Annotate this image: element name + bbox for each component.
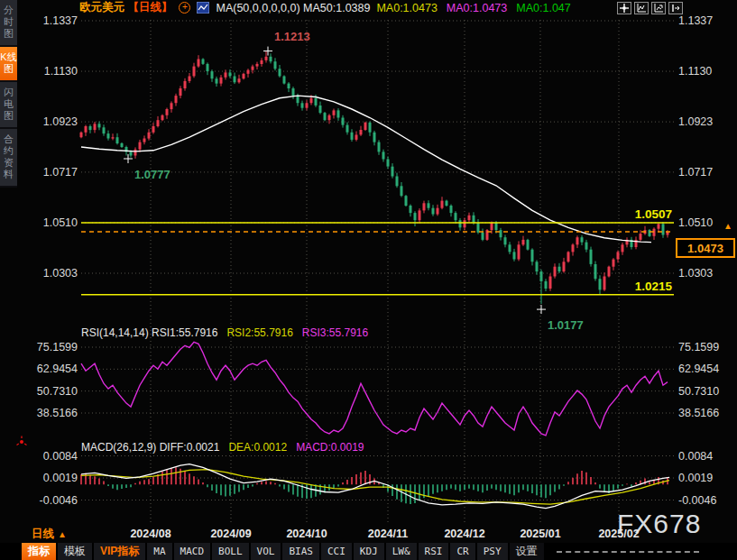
chart-header: 欧元美元 【日线】 + MA(50,0,0,0,0,0) MA50:1.0389… (79, 1, 580, 14)
indicator-toolbar: 指标模板VIP指标MAMACDBOLLVOLBIASCCIKDJLW&RSICR… (0, 543, 737, 560)
chart-canvas[interactable]: 1.13371.13371.11301.11301.09231.09231.07… (0, 0, 737, 560)
symbol-name: 欧元美元 (79, 1, 124, 14)
dea-label: DEA:0.0012 (228, 441, 287, 454)
toolbar-tab-CR[interactable]: CR (450, 543, 474, 560)
toolbar-tab-MA[interactable]: MA (147, 543, 171, 560)
chart-application: 1.13371.13371.11301.11301.09231.09231.07… (0, 0, 737, 560)
circle-plus-icon[interactable]: + (179, 2, 190, 14)
ma-values: MA0:1.0473MA0:1.0473MA0:1.047 (376, 2, 579, 14)
y-axis-label-right: 1.0923 (678, 115, 713, 128)
toolbar-tab-BIAS[interactable]: BIAS (282, 543, 319, 560)
chart-toolbar-icons (617, 2, 683, 14)
y-axis-label-right: 1.0510 (678, 216, 713, 229)
sidebar-item-2[interactable]: 闪电图 (0, 82, 17, 129)
macd-header: MACD(26,12,9) DIFF:0.0021DEA:0.0012MACD:… (81, 441, 364, 454)
y-axis-label-left: 62.9454 (37, 363, 78, 375)
toolbar-scroll-dashes (557, 551, 699, 553)
x-axis-label: 2025/02 (598, 528, 639, 540)
y-axis-label-left: 38.5166 (37, 407, 78, 419)
ma-value-0: MA0:1.0473 (376, 2, 437, 14)
ma-value-1: MA0:1.0473 (447, 2, 507, 14)
y-axis-label-left: -0.0046 (40, 494, 78, 507)
y-axis-label-right: 75.1599 (678, 341, 719, 353)
x-axis-label: 2024/11 (368, 528, 409, 540)
caret-up-icon: ▲ (58, 529, 67, 539)
y-axis-label-right: 1.0717 (678, 166, 713, 179)
rsi-header: RSI(14,14,14) RSI1:55.7916RSI2:55.7916RS… (81, 326, 368, 339)
radar-icon[interactable] (15, 436, 28, 448)
level-label: 1.0215 (635, 280, 673, 293)
toolbar-tab-PSY[interactable]: PSY (477, 543, 508, 560)
x-axis-label: 2024/10 (286, 528, 327, 540)
toolbar-tab-指标[interactable]: 指标 (22, 543, 56, 560)
y-axis-label-right: 0.0084 (678, 450, 713, 463)
y-axis-label-left: 50.7310 (37, 385, 78, 398)
toolbar-tab-MACD[interactable]: MACD (174, 543, 211, 560)
level-label: 1.0507 (635, 207, 672, 221)
toolbar-tab-VIP指标[interactable]: VIP指标 (94, 543, 145, 560)
price-annotation: 1.0177 (548, 318, 584, 332)
y-axis-label-left: 0.0019 (43, 472, 78, 484)
symbol-title: 欧元美元 【日线】 (79, 0, 172, 15)
y-axis-scale-icon[interactable] (634, 2, 649, 14)
sidebar-item-0[interactable]: 分时图 (0, 0, 17, 47)
price-annotation: 1.0777 (134, 168, 170, 181)
y-axis-label-right: 62.9454 (678, 363, 719, 375)
toolbar-tab-VOL[interactable]: VOL (251, 543, 281, 560)
ma-settings-label: MA(50,0,0,0,0,0) MA50:1.0389 (216, 2, 370, 14)
y-axis-label-left: 1.1337 (43, 14, 78, 27)
rsi3-label: RSI3:55.7916 (302, 326, 368, 339)
indicator-chart-icon[interactable] (197, 2, 209, 14)
ma-value-2: MA0:1.047 (516, 2, 570, 14)
sidebar-item-1[interactable]: K线图 (0, 47, 17, 82)
x-axis-scale-icon[interactable] (651, 2, 666, 14)
y-axis-label-left: 1.0923 (43, 115, 78, 128)
y-axis-label-left: 1.0717 (43, 166, 78, 179)
price-annotation: 1.1213 (274, 30, 310, 43)
period-name: 【日线】 (127, 1, 172, 14)
y-axis-label-left: 75.1599 (37, 341, 78, 353)
toolbar-tab-CCI[interactable]: CCI (321, 543, 352, 560)
x-axis-label: 2024/12 (444, 528, 484, 540)
pan-chart-icon[interactable] (617, 2, 631, 14)
x-axis-label: 2024/09 (210, 528, 251, 540)
rsi-main-label: RSI(14,14,14) RSI1:55.7916 (81, 326, 217, 339)
y-axis-label-right: 50.7310 (678, 385, 719, 398)
y-axis-label-right: 1.1337 (678, 14, 713, 27)
y-axis-label-right: 1.0303 (678, 267, 713, 280)
rsi2-label: RSI2:55.7916 (226, 326, 292, 339)
toolbar-tab-LW&[interactable]: LW& (386, 543, 417, 560)
current-price-tag: 1.0473 (676, 238, 735, 258)
macd-main-label: MACD(26,12,9) DIFF:0.0021 (81, 441, 219, 454)
y-axis-label-left: 1.1130 (44, 65, 78, 78)
exit-chart-icon[interactable] (668, 2, 683, 14)
sidebar-item-3[interactable]: 合约资料 (0, 129, 17, 188)
left-sidebar: 分时图K线图闪电图合约资料 (0, 0, 17, 188)
toolbar-tab-设置[interactable]: 设置 (510, 543, 544, 560)
macd-value-label: MACD:0.0019 (296, 441, 364, 454)
y-axis-label-right: -0.0046 (678, 494, 716, 507)
y-axis-label-right: 38.5166 (678, 407, 719, 419)
toolbar-tab-KDJ[interactable]: KDJ (354, 543, 384, 560)
y-axis-label-left: 0.0084 (43, 450, 78, 463)
toolbar-tab-模板[interactable]: 模板 (58, 543, 92, 560)
price-arrow-icon: ▲ (723, 221, 732, 231)
toolbar-tab-RSI[interactable]: RSI (419, 543, 449, 560)
toolbar-tab-BOLL[interactable]: BOLL (212, 543, 249, 560)
x-axis-label: 2025/01 (520, 528, 560, 540)
y-axis-label-right: 0.0019 (678, 472, 713, 484)
y-axis-label-right: 1.1130 (678, 65, 712, 78)
x-axis-label: 2024/08 (130, 528, 170, 540)
y-axis-label-left: 1.0303 (43, 267, 78, 280)
y-axis-label-left: 1.0510 (43, 216, 78, 229)
period-selector[interactable]: 日线▲ (32, 527, 67, 542)
